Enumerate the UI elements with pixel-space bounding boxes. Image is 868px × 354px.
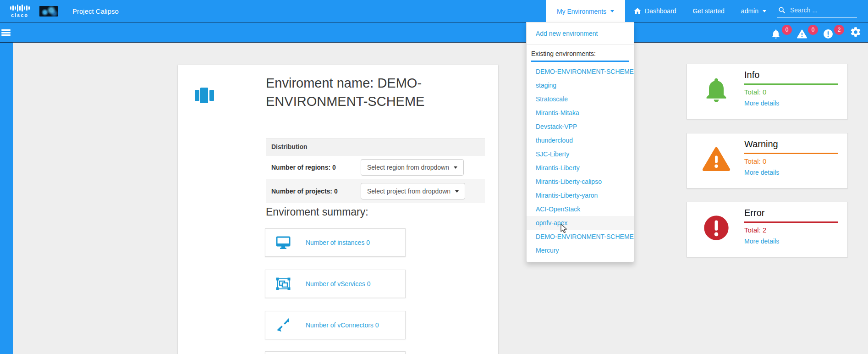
warnings-count-badge: 0: [808, 25, 818, 35]
warning-status-card: Warning Total: 0 More details: [687, 133, 848, 188]
dashboard-label: Dashboard: [645, 7, 676, 15]
warning-more-details-link[interactable]: More details: [744, 169, 779, 176]
warning-total: Total: 0: [744, 157, 766, 165]
cisco-logo: cisco: [9, 4, 30, 18]
bell-icon: [770, 28, 781, 39]
settings-button[interactable]: [850, 26, 862, 40]
info-bell-icon: [702, 75, 731, 105]
environment-item[interactable]: Devstack-VPP: [527, 120, 634, 133]
info-total: Total: 0: [744, 88, 766, 96]
regions-label: Number of regions: 0: [271, 164, 361, 171]
select-project-label: Select project from dropdown: [367, 188, 450, 195]
environment-item[interactable]: ACI-OpenStack: [527, 202, 634, 216]
environment-item[interactable]: SJC-Liberty: [527, 147, 634, 161]
toolbar: 0 0 2: [0, 22, 868, 43]
vconnectors-summary-card[interactable]: Number of vConnectors 0: [265, 311, 406, 339]
cisco-logo-text: cisco: [11, 12, 28, 18]
existing-environments-label: Existing environments:: [527, 48, 634, 57]
nav-dashboard[interactable]: Dashboard: [625, 0, 685, 22]
instances-monitor-icon: [275, 235, 291, 250]
brand-zone: cisco Project Calipso: [0, 4, 119, 18]
gear-icon: [850, 26, 862, 38]
search-icon: [778, 6, 786, 14]
error-status-card: Error Total: 2 More details: [687, 202, 848, 257]
chevron-down-icon: [610, 10, 614, 12]
environment-item[interactable]: Mirantis-Liberty-yaron: [527, 188, 634, 202]
vservices-summary-card[interactable]: Number of vServices 0: [265, 270, 406, 298]
environment-item[interactable]: Stratoscale: [527, 92, 634, 106]
app-title: Project Calipso: [72, 7, 119, 15]
info-underline: [744, 83, 838, 85]
errors-button[interactable]: 2: [823, 25, 844, 39]
my-environments-menu[interactable]: My Environments: [546, 0, 625, 22]
select-project-dropdown[interactable]: Select project from dropdown: [361, 183, 465, 199]
notifications-count-badge: 0: [782, 25, 792, 35]
summary-heading: Enviroment summary:: [266, 206, 368, 218]
environment-item[interactable]: DEMO-ENVIRONMENT-SCHEME: [527, 65, 634, 78]
chevron-down-icon: [763, 10, 766, 12]
distribution-table: Distribution Number of regions: 0 Select…: [266, 138, 485, 203]
error-title: Error: [744, 208, 764, 218]
error-circle-icon: [823, 28, 834, 39]
environment-item[interactable]: thundercloud: [527, 133, 634, 147]
chevron-down-icon: [454, 166, 457, 169]
instances-summary-card[interactable]: Number of instances 0: [265, 228, 406, 257]
vservices-group-icon: [275, 276, 291, 292]
summary-card-partial: [265, 351, 406, 354]
environment-item[interactable]: DEMO-ENVIRONMENT-SCHEME: [527, 230, 634, 243]
warning-triangle-icon: [797, 28, 808, 39]
nav-get-started[interactable]: Get started: [685, 0, 733, 22]
search-area: [775, 0, 868, 22]
my-environments-label: My Environments: [557, 8, 606, 15]
instances-link[interactable]: Number of instances 0: [306, 239, 370, 246]
regions-row: Number of regions: 0 Select region from …: [266, 155, 485, 179]
errors-count-badge: 2: [834, 25, 844, 35]
projects-row: Number of projects: 0 Select project fro…: [266, 179, 485, 203]
info-status-card: Info Total: 0 More details: [687, 64, 848, 119]
info-title: Info: [744, 70, 759, 80]
environment-icon: [194, 85, 214, 105]
environment-item-hovered[interactable]: opnfv-apex: [527, 216, 634, 230]
distribution-header: Distribution: [266, 138, 485, 155]
page-title: Enviroment name: DEMO-ENVIRONMENT-SCHEME: [266, 74, 463, 111]
chevron-down-icon: [455, 190, 459, 193]
error-total: Total: 2: [744, 226, 766, 234]
select-region-label: Select region from dropdown: [367, 164, 449, 171]
environment-item[interactable]: Mirantis-Liberty-calipso: [527, 175, 634, 188]
error-circle-icon: [702, 213, 731, 243]
home-icon: [633, 7, 642, 15]
top-navbar: cisco Project Calipso My Environments Da…: [0, 0, 868, 22]
get-started-label: Get started: [693, 7, 725, 15]
app-thumbnail-image: [39, 6, 58, 17]
dropdown-divider: [527, 44, 634, 44]
toolbar-icons: 0 0 2: [766, 24, 868, 40]
info-more-details-link[interactable]: More details: [744, 100, 779, 107]
environments-dropdown-menu: Add new environment Existing environment…: [526, 22, 634, 262]
environment-item[interactable]: Mercury: [527, 243, 634, 257]
environment-item[interactable]: staging: [527, 78, 634, 92]
user-menu[interactable]: admin: [733, 0, 775, 22]
search-input[interactable]: [789, 6, 851, 14]
projects-label: Number of projects: 0: [271, 188, 361, 195]
dropdown-underline: [531, 61, 629, 62]
environment-card: Enviroment name: DEMO-ENVIRONMENT-SCHEME…: [178, 65, 498, 354]
warning-underline: [744, 153, 838, 154]
warnings-button[interactable]: 0: [797, 25, 818, 39]
select-region-dropdown[interactable]: Select region from dropdown: [361, 159, 464, 176]
environment-item[interactable]: Mirantis-Liberty: [527, 161, 634, 175]
vservices-link[interactable]: Number of vServices 0: [306, 280, 371, 288]
warning-title: Warning: [744, 139, 778, 149]
error-underline: [744, 221, 838, 223]
vconnectors-link[interactable]: Number of vConnectors 0: [306, 321, 379, 329]
notifications-button[interactable]: 0: [770, 25, 792, 39]
add-new-environment-link[interactable]: Add new environment: [527, 27, 634, 40]
warning-triangle-icon: [702, 144, 731, 174]
hamburger-menu-icon[interactable]: [1, 28, 11, 37]
navbar-right: My Environments Dashboard Get started ad…: [546, 0, 868, 22]
user-label: admin: [741, 7, 758, 15]
error-more-details-link[interactable]: More details: [744, 238, 779, 245]
cisco-logo-bars: [10, 4, 30, 12]
vconnectors-compress-icon: [275, 317, 291, 333]
environment-item[interactable]: Mirantis-Mitaka: [527, 106, 634, 120]
